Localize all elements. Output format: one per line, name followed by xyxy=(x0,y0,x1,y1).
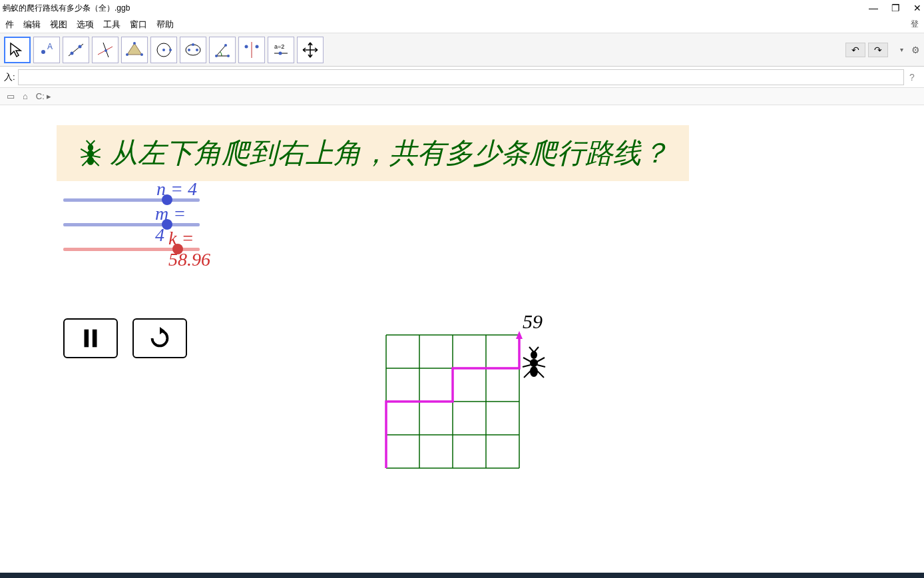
slider-k-thumb[interactable] xyxy=(172,244,183,254)
tool-angle[interactable] xyxy=(209,37,236,63)
svg-line-61 xyxy=(537,365,545,367)
input-help-icon[interactable]: ? xyxy=(904,72,920,83)
svg-line-35 xyxy=(81,156,88,157)
menu-window[interactable]: 窗口 xyxy=(127,17,150,32)
svg-point-21 xyxy=(224,44,227,47)
breadcrumb-bar: ▭ ⌂ C: ▸ xyxy=(0,88,924,105)
highlighted-path xyxy=(386,331,523,468)
tool-move[interactable] xyxy=(4,37,31,63)
breadcrumb-path[interactable]: C: ▸ xyxy=(36,91,52,101)
svg-point-7 xyxy=(105,49,107,52)
slider-n[interactable]: n = 4 xyxy=(63,198,200,202)
menu-file[interactable]: 件 xyxy=(3,17,17,32)
svg-point-18 xyxy=(192,43,194,46)
menu-view[interactable]: 视图 xyxy=(47,17,70,32)
svg-point-23 xyxy=(245,45,248,48)
svg-line-31 xyxy=(87,141,91,144)
svg-point-0 xyxy=(41,50,45,54)
settings-icon[interactable]: ⚙ xyxy=(911,45,920,55)
pause-button[interactable] xyxy=(63,318,118,358)
svg-line-34 xyxy=(93,149,101,153)
svg-rect-39 xyxy=(85,330,89,348)
tool-line[interactable] xyxy=(63,37,89,63)
grid-diagram: 59 xyxy=(379,315,553,477)
minimize-button[interactable]: — xyxy=(869,3,878,13)
command-input[interactable] xyxy=(18,69,904,85)
menu-edit[interactable]: 编辑 xyxy=(21,17,43,32)
toolbar: A a=2 ↶ ↷ ▾ ⚙ xyxy=(0,33,924,67)
svg-rect-40 xyxy=(93,330,97,348)
svg-line-58 xyxy=(523,358,531,362)
svg-point-28 xyxy=(88,144,93,151)
svg-line-56 xyxy=(529,347,534,352)
svg-text:A: A xyxy=(47,42,53,51)
menu-tools[interactable]: 工具 xyxy=(101,17,123,32)
svg-text:a=2: a=2 xyxy=(274,43,284,50)
maximize-button[interactable]: ❐ xyxy=(891,3,900,13)
svg-line-37 xyxy=(82,160,87,166)
slider-k[interactable]: k = 58.96 xyxy=(63,248,200,251)
svg-line-32 xyxy=(91,141,95,144)
svg-point-10 xyxy=(140,53,143,56)
window-title: 蚂蚁的爬行路线有多少条（全）.ggb xyxy=(3,3,130,14)
svg-point-9 xyxy=(133,42,136,45)
reset-button[interactable] xyxy=(132,318,187,358)
titlebar: 蚂蚁的爬行路线有多少条（全）.ggb — ❐ ✕ xyxy=(0,0,924,16)
svg-point-54 xyxy=(530,359,538,367)
svg-line-38 xyxy=(93,160,99,166)
tool-slider[interactable]: a=2 xyxy=(268,37,294,63)
path-count-label: 59 xyxy=(523,310,543,332)
question-banner: 从左下角爬到右上角，共有多少条爬行路线？ xyxy=(57,125,689,181)
tool-perpendicular[interactable] xyxy=(92,37,118,63)
tool-move-view[interactable] xyxy=(297,37,324,63)
toolbar-dropdown-icon[interactable]: ▾ xyxy=(900,46,903,53)
tool-circle[interactable] xyxy=(150,37,177,63)
svg-line-62 xyxy=(524,371,531,378)
svg-point-11 xyxy=(126,53,128,56)
svg-line-57 xyxy=(534,347,539,352)
breadcrumb-box-icon[interactable]: ▭ xyxy=(7,91,15,101)
svg-marker-8 xyxy=(127,43,142,55)
input-label: 入: xyxy=(4,71,15,83)
svg-line-59 xyxy=(537,358,545,362)
ant-sprite xyxy=(523,347,545,378)
slider-group: n = 4 m = 4 k = 58.96 xyxy=(63,198,200,263)
undo-button[interactable]: ↶ xyxy=(845,43,865,57)
breadcrumb-home-icon[interactable]: ⌂ xyxy=(23,91,28,101)
tool-polygon[interactable] xyxy=(121,37,148,63)
taskbar xyxy=(0,573,924,578)
svg-point-29 xyxy=(87,150,95,158)
question-text: 从左下角爬到右上角，共有多少条爬行路线？ xyxy=(110,135,669,172)
svg-line-36 xyxy=(93,156,101,157)
menubar: 件 编辑 视图 选项 工具 窗口 帮助 登 xyxy=(0,16,924,33)
tool-reflect[interactable] xyxy=(238,37,265,63)
svg-point-24 xyxy=(256,45,259,48)
slider-m[interactable]: m = 4 xyxy=(63,223,200,226)
tool-ellipse[interactable] xyxy=(180,37,206,63)
redo-button[interactable]: ↷ xyxy=(868,43,888,57)
svg-point-14 xyxy=(169,49,172,51)
close-button[interactable]: ✕ xyxy=(913,3,921,13)
svg-point-27 xyxy=(279,51,282,55)
svg-point-19 xyxy=(215,55,218,57)
svg-point-13 xyxy=(162,49,165,51)
input-bar: 入: ? xyxy=(0,67,924,88)
login-link[interactable]: 登 xyxy=(908,17,921,31)
svg-point-3 xyxy=(71,51,74,55)
menu-options[interactable]: 选项 xyxy=(74,17,97,32)
graphics-view[interactable]: 从左下角爬到右上角，共有多少条爬行路线？ n = 4 m = 4 k = 58.… xyxy=(0,105,924,578)
svg-point-4 xyxy=(79,45,82,48)
svg-point-55 xyxy=(530,366,538,377)
tool-point[interactable]: A xyxy=(33,37,60,63)
svg-line-60 xyxy=(523,365,531,367)
control-buttons xyxy=(63,318,187,358)
svg-line-33 xyxy=(81,149,88,153)
svg-point-17 xyxy=(196,49,198,51)
ant-icon xyxy=(77,139,105,167)
svg-point-16 xyxy=(188,49,190,51)
svg-line-63 xyxy=(537,371,544,378)
menu-help[interactable]: 帮助 xyxy=(154,17,176,32)
svg-point-20 xyxy=(227,55,230,57)
svg-point-30 xyxy=(87,156,95,165)
